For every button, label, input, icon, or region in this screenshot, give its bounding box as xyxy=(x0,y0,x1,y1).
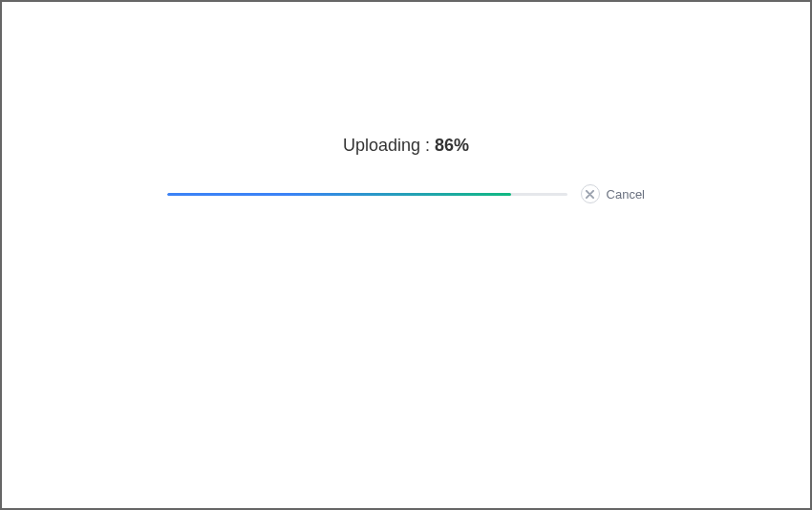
cancel-label: Cancel xyxy=(607,187,645,202)
close-icon xyxy=(581,184,600,203)
upload-progress-panel: Uploading : 86% Cancel xyxy=(167,136,645,203)
progress-row: Cancel xyxy=(167,184,645,203)
progress-bar-track xyxy=(167,193,567,196)
progress-bar-fill xyxy=(167,193,511,196)
upload-status-text: Uploading : 86% xyxy=(343,136,469,156)
upload-percent-value: 86% xyxy=(435,136,469,155)
cancel-button[interactable]: Cancel xyxy=(581,184,645,203)
upload-status-label: Uploading : xyxy=(343,136,435,155)
